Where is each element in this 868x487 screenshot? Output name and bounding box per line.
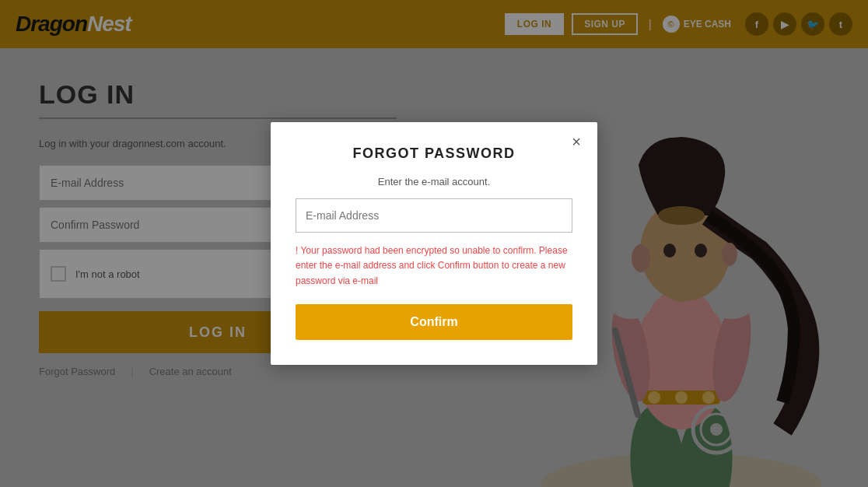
modal-email-input[interactable] bbox=[296, 198, 572, 233]
modal-subtitle: Enter the e-mail account. bbox=[296, 176, 572, 187]
modal-close-button[interactable]: × bbox=[566, 131, 586, 152]
modal-overlay: × FORGOT PASSWORD Enter the e-mail accou… bbox=[0, 0, 868, 487]
forgot-password-modal: × FORGOT PASSWORD Enter the e-mail accou… bbox=[271, 122, 597, 365]
modal-warning-text: ! Your password had been encrypted so un… bbox=[296, 243, 572, 289]
confirm-button[interactable]: Confirm bbox=[296, 304, 572, 340]
modal-title: FORGOT PASSWORD bbox=[296, 145, 572, 162]
